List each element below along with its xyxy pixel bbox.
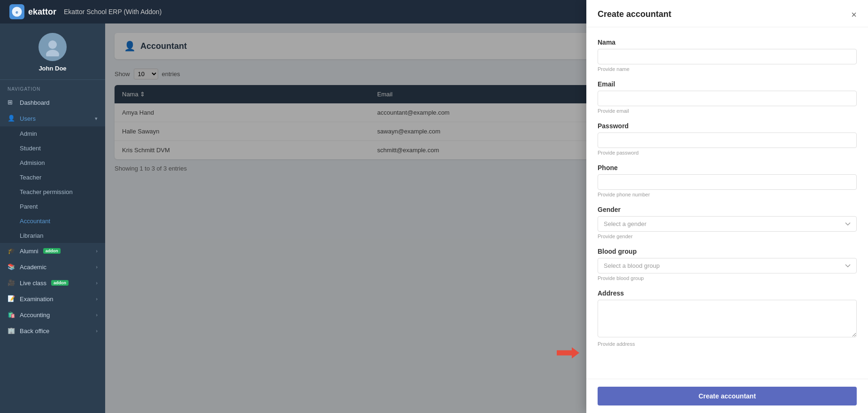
addon-badge: addon bbox=[43, 248, 61, 254]
sidebar-item-live-class[interactable]: 🎥 Live class addon › bbox=[0, 275, 105, 291]
label-nama: Nama bbox=[598, 39, 857, 46]
sidebar-item-label: Examination bbox=[20, 296, 54, 303]
drawer-close-button[interactable]: × bbox=[851, 10, 857, 19]
dashboard-icon: ⊞ bbox=[8, 99, 15, 106]
sidebar-item-label: Dashboard bbox=[20, 99, 50, 106]
form-group-blood-group: Blood group Select a blood group A+ A- B… bbox=[598, 248, 857, 281]
sidebar-item-academic[interactable]: 📚 Academic › bbox=[0, 259, 105, 275]
sidebar-item-teacher[interactable]: Teacher bbox=[0, 170, 105, 185]
sidebar-item-librarian[interactable]: Librarian bbox=[0, 228, 105, 243]
users-icon: 👤 bbox=[8, 115, 15, 122]
label-email: Email bbox=[598, 80, 857, 88]
sidebar-profile: John Doe bbox=[0, 23, 105, 80]
addon-badge: addon bbox=[51, 280, 69, 286]
form-group-password: Password Provide password bbox=[598, 122, 857, 156]
input-phone[interactable] bbox=[598, 174, 857, 190]
sidebar-item-label: Back office bbox=[20, 327, 49, 335]
create-accountant-button[interactable]: Create accountant bbox=[598, 387, 857, 405]
live-class-icon: 🎥 bbox=[8, 279, 15, 287]
svg-point-3 bbox=[46, 50, 59, 56]
sidebar-item-admin[interactable]: Admin bbox=[0, 126, 105, 141]
sidebar-item-examination[interactable]: 📝 Examination › bbox=[0, 291, 105, 307]
form-group-email: Email Provide email bbox=[598, 80, 857, 114]
label-gender: Gender bbox=[598, 206, 857, 213]
chevron-right-icon: › bbox=[96, 296, 98, 302]
alumni-icon: 🎓 bbox=[8, 247, 15, 255]
sidebar-item-label: Users bbox=[20, 115, 36, 122]
sidebar-item-dashboard[interactable]: ⊞ Dashboard bbox=[0, 94, 105, 110]
drawer-title: Create accountant bbox=[598, 9, 671, 19]
sidebar-item-student[interactable]: Student bbox=[0, 141, 105, 156]
label-address: Address bbox=[598, 289, 857, 297]
hint-nama: Provide name bbox=[598, 66, 857, 72]
drawer-footer: Create accountant bbox=[586, 379, 868, 413]
drawer-header: Create accountant × bbox=[586, 0, 868, 27]
form-group-address: Address Provide address bbox=[598, 289, 857, 347]
app-name: Ekattor School ERP (With Addon) bbox=[64, 8, 161, 16]
logo-area: e ekattor Ekattor School ERP (With Addon… bbox=[9, 4, 161, 19]
users-submenu: Admin Student Admision Teacher Teacher p… bbox=[0, 126, 105, 243]
chevron-right-icon: › bbox=[96, 280, 98, 286]
sidebar-item-teacher-permission[interactable]: Teacher permission bbox=[0, 185, 105, 199]
sidebar-item-users[interactable]: 👤 Users ▾ bbox=[0, 110, 105, 126]
chevron-down-icon: ▾ bbox=[95, 116, 98, 122]
svg-text:e: e bbox=[15, 9, 18, 15]
chevron-right-icon: › bbox=[96, 248, 98, 254]
chevron-right-icon: › bbox=[96, 328, 98, 334]
form-group-phone: Phone Provide phone number bbox=[598, 164, 857, 197]
logo-text: ekattor bbox=[28, 7, 56, 17]
arrow-indicator bbox=[557, 345, 579, 362]
label-blood-group: Blood group bbox=[598, 248, 857, 255]
form-group-nama: Nama Provide name bbox=[598, 39, 857, 72]
avatar bbox=[38, 33, 67, 61]
hint-phone: Provide phone number bbox=[598, 192, 857, 197]
sidebar-item-alumni[interactable]: 🎓 Alumni addon › bbox=[0, 243, 105, 259]
logo-icon: e bbox=[9, 4, 24, 19]
nav-section-label: NAVIGATION bbox=[0, 80, 105, 94]
accounting-icon: 🛍️ bbox=[8, 311, 15, 319]
input-address[interactable] bbox=[598, 300, 857, 337]
sidebar-item-back-office[interactable]: 🏢 Back office › bbox=[0, 323, 105, 339]
sidebar: John Doe NAVIGATION ⊞ Dashboard 👤 Users … bbox=[0, 23, 105, 413]
sidebar-item-parent[interactable]: Parent bbox=[0, 199, 105, 214]
sidebar-item-label: Academic bbox=[20, 264, 46, 271]
label-password: Password bbox=[598, 122, 857, 130]
select-blood-group[interactable]: Select a blood group A+ A- B+ B- AB+ AB-… bbox=[598, 258, 857, 273]
hint-blood-group: Provide blood group bbox=[598, 275, 857, 281]
hint-email: Provide email bbox=[598, 108, 857, 114]
svg-point-2 bbox=[48, 40, 57, 49]
input-email[interactable] bbox=[598, 91, 857, 106]
academic-icon: 📚 bbox=[8, 263, 15, 271]
select-gender[interactable]: Select a gender Male Female Other bbox=[598, 216, 857, 232]
input-nama[interactable] bbox=[598, 49, 857, 64]
hint-address: Provide address bbox=[598, 341, 857, 347]
profile-name: John Doe bbox=[38, 65, 66, 72]
drawer-panel: Create accountant × Nama Provide name Em… bbox=[586, 0, 868, 413]
sidebar-item-label: Live class bbox=[20, 280, 46, 287]
form-group-gender: Gender Select a gender Male Female Other… bbox=[598, 206, 857, 239]
input-password[interactable] bbox=[598, 132, 857, 148]
sidebar-item-label: Alumni bbox=[20, 248, 38, 255]
sidebar-item-accounting[interactable]: 🛍️ Accounting › bbox=[0, 307, 105, 323]
back-office-icon: 🏢 bbox=[8, 327, 15, 335]
drawer-body: Nama Provide name Email Provide email Pa… bbox=[586, 27, 868, 379]
examination-icon: 📝 bbox=[8, 295, 15, 303]
sidebar-item-admision[interactable]: Admision bbox=[0, 156, 105, 170]
hint-gender: Provide gender bbox=[598, 234, 857, 239]
sidebar-item-accountant[interactable]: Accountant bbox=[0, 214, 105, 228]
chevron-right-icon: › bbox=[96, 264, 98, 270]
chevron-right-icon: › bbox=[96, 312, 98, 318]
sidebar-item-label: Accounting bbox=[20, 312, 50, 319]
svg-marker-4 bbox=[557, 347, 579, 358]
hint-password: Provide password bbox=[598, 150, 857, 156]
label-phone: Phone bbox=[598, 164, 857, 171]
